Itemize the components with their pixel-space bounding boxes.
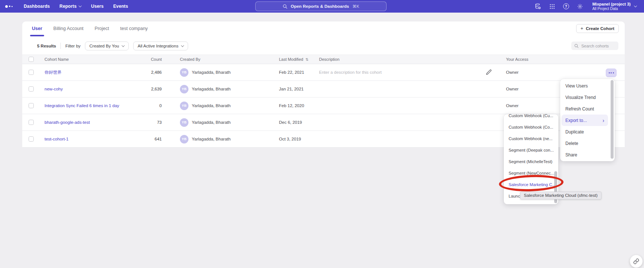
filter-by-label: Filter by xyxy=(65,44,80,48)
submenu-item-segment-deepak[interactable]: Segment (Deepak con... xyxy=(504,144,558,156)
screen: Dashboards Reports Users Events Open Rep… xyxy=(0,0,644,268)
creator-name: Yarlagadda, Bharath xyxy=(192,87,231,91)
row-actions-dots-button[interactable] xyxy=(606,69,617,77)
nav-left: Dashboards Reports Users Events xyxy=(0,4,128,9)
header-last-modified-label: Last Modified xyxy=(279,57,303,62)
submenu-item-segment-newconnec[interactable]: Segment (NewConnec... xyxy=(504,167,558,179)
edit-pencil-icon[interactable] xyxy=(486,69,492,75)
avatar: YB xyxy=(180,118,188,127)
filter-bar: 5 Results Filter by Created By You All A… xyxy=(22,37,625,54)
chevron-down-icon xyxy=(122,44,125,47)
link-icon xyxy=(633,258,639,264)
search-cohorts-input[interactable] xyxy=(581,44,615,48)
header-description: Description xyxy=(319,57,482,62)
results-count: 5 Results xyxy=(37,44,56,48)
apps-grid-icon[interactable] xyxy=(549,3,555,10)
plus-icon: + xyxy=(581,26,584,31)
nav-label: Reports xyxy=(59,4,76,9)
created-by-filter[interactable]: Created By You xyxy=(85,42,129,50)
data-management-icon[interactable] xyxy=(535,3,541,10)
cohort-count: 2,486 xyxy=(134,70,162,75)
create-cohort-button[interactable]: + Create Cohort xyxy=(576,24,619,33)
last-modified-date: Dec 6, 2019 xyxy=(279,120,319,125)
avatar: YB xyxy=(180,85,188,93)
divider xyxy=(60,43,61,49)
cohort-count: 641 xyxy=(134,137,162,141)
menu-item-visualize-trend[interactable]: Visualize Trend xyxy=(560,92,615,103)
creator-name: Yarlagadda, Bharath xyxy=(192,103,231,108)
nav-label: Events xyxy=(113,4,128,9)
help-icon[interactable]: ? xyxy=(563,3,569,9)
submenu-item-custom-webhook-3[interactable]: Custom Webhook (ne... xyxy=(504,133,558,144)
export-to-label: Export to... xyxy=(565,118,587,123)
last-modified-date: Oct 3, 2019 xyxy=(279,137,319,141)
submenu-item-custom-webhook-2[interactable]: Custom Webhook (Co... xyxy=(504,121,558,133)
header-cohort-name: Cohort Name xyxy=(45,57,134,62)
header-count: Count xyxy=(134,57,162,62)
row-checkbox[interactable] xyxy=(29,120,34,125)
cohort-count: 2,639 xyxy=(134,87,162,91)
cohort-count: 73 xyxy=(134,120,162,125)
tab-user[interactable]: User xyxy=(31,22,43,35)
row-context-menu: View Users Visualize Trend Refresh Count… xyxy=(560,79,615,161)
row-checkbox[interactable] xyxy=(29,136,34,142)
question-mark: ? xyxy=(563,3,569,9)
table-row: Integration Sync Failed 6 times in 1 day… xyxy=(22,97,625,114)
row-checkbox[interactable] xyxy=(29,86,34,92)
cohort-name-link[interactable]: Integration Sync Failed 6 times in 1 day xyxy=(45,103,134,108)
create-cohort-label: Create Cohort xyxy=(586,26,614,31)
nav-item-dashboards[interactable]: Dashboards xyxy=(24,4,50,9)
mixpanel-logo-icon xyxy=(5,5,14,8)
table-header: Cohort Name Count Created By Last Modifi… xyxy=(22,54,625,64)
menu-item-refresh-count[interactable]: Refresh Count xyxy=(560,103,615,115)
tab-billing-account[interactable]: Billing Account xyxy=(53,22,84,35)
header-created-by: Created By xyxy=(162,57,279,62)
cohort-name-link[interactable]: 你好世界 xyxy=(45,70,134,75)
global-search-placeholder: Open Reports & Dashboards xyxy=(291,4,349,9)
menu-item-share[interactable]: Share xyxy=(560,149,615,161)
row-checkbox[interactable] xyxy=(29,70,34,75)
submenu-item-salesforce-marketing-cloud[interactable]: Salesforce Marketing C... xyxy=(504,179,558,190)
submenu-item-segment-michelletest[interactable]: Segment (MichelleTest) xyxy=(504,156,558,167)
creator-name: Yarlagadda, Bharath xyxy=(192,120,231,125)
project-switcher[interactable]: Mixpanel (project 3) All Project Data xyxy=(592,2,637,11)
shortcut-hint: ⌘K xyxy=(352,4,359,9)
tab-test-company[interactable]: test company xyxy=(119,22,148,35)
tab-project[interactable]: Project xyxy=(94,22,110,35)
nav-label: Users xyxy=(91,4,104,9)
avatar: YB xyxy=(180,102,188,110)
select-all-checkbox[interactable] xyxy=(29,57,34,62)
share-link-button[interactable] xyxy=(630,255,643,268)
access-value: Owner xyxy=(506,70,579,75)
nav-label: Dashboards xyxy=(24,4,50,9)
menu-item-export-to[interactable]: Export to... › xyxy=(562,115,608,126)
sort-icon[interactable]: ⇅ xyxy=(305,57,308,62)
menu-item-delete[interactable]: Delete xyxy=(560,138,615,149)
search-icon xyxy=(283,4,288,9)
project-name: Mixpanel (project 3) xyxy=(592,2,631,7)
nav-item-reports[interactable]: Reports xyxy=(59,4,81,9)
integrations-filter[interactable]: All Active Integrations xyxy=(133,42,188,50)
context-menu-scrollbar[interactable] xyxy=(611,80,614,159)
project-scope: All Project Data xyxy=(592,7,631,11)
nav-item-users[interactable]: Users xyxy=(91,4,104,9)
table-row: 你好世界 2,486 YB Yarlagadda, Bharath Feb 22… xyxy=(22,64,625,81)
integrations-filter-label: All Active Integrations xyxy=(138,44,178,48)
creator-name: Yarlagadda, Bharath xyxy=(192,70,231,75)
row-checkbox[interactable] xyxy=(29,103,34,108)
cohort-name-link[interactable]: new-cohy xyxy=(45,87,134,91)
submenu-item-custom-webhook-1[interactable]: Custom Webhook (Cu... xyxy=(504,114,558,121)
description-placeholder[interactable]: Enter a description for this cohort xyxy=(319,70,482,75)
nav-item-events[interactable]: Events xyxy=(113,4,128,9)
cohort-name-link[interactable]: bharath-google-ads-test xyxy=(45,120,134,125)
last-modified-date: Jan 21, 2021 xyxy=(279,87,319,91)
last-modified-date: Feb 12, 2020 xyxy=(279,103,319,108)
menu-item-duplicate[interactable]: Duplicate xyxy=(560,126,615,138)
global-search-button[interactable]: Open Reports & Dashboards ⌘K xyxy=(255,1,387,11)
created-by-filter-label: Created By You xyxy=(89,44,119,48)
cohort-name-link[interactable]: test-cohort-1 xyxy=(45,137,134,141)
menu-item-view-users[interactable]: View Users xyxy=(560,80,615,92)
chevron-down-icon xyxy=(634,4,637,7)
top-nav: Dashboards Reports Users Events Open Rep… xyxy=(0,0,644,13)
settings-gear-icon[interactable] xyxy=(577,3,583,10)
